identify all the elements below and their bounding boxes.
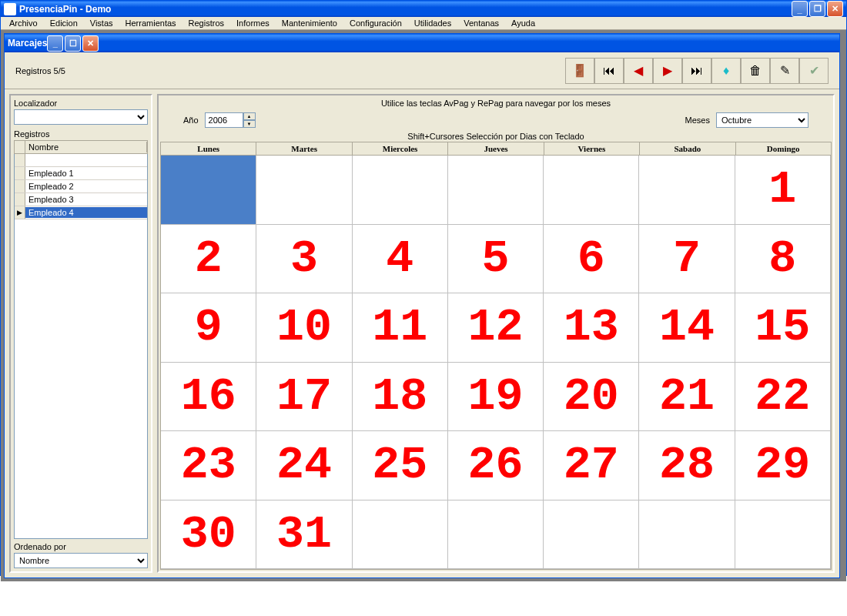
last-button[interactable]: ⏭ (682, 58, 711, 84)
registros-row[interactable]: Empleado 1 (15, 167, 147, 180)
calendar-cell (353, 500, 448, 570)
trash-button[interactable]: 🗑 (741, 58, 770, 84)
localizador-label: Localizador (14, 99, 148, 108)
localizador-combo[interactable] (14, 109, 148, 125)
calendar-cell[interactable]: 11 (353, 293, 448, 363)
nav-info-label: Utilice las teclas AvPag y RePag para na… (160, 97, 832, 109)
calendar-cell[interactable]: 30 (161, 500, 256, 570)
calendar-cell (639, 500, 735, 570)
menu-herramientas[interactable]: Herramientas (120, 17, 182, 29)
calendar-cell[interactable]: 24 (256, 431, 352, 500)
year-down-button[interactable]: ▼ (243, 120, 256, 128)
calendar-cell[interactable]: 7 (639, 225, 735, 294)
close-button[interactable]: ✕ (827, 1, 843, 17)
year-up-button[interactable]: ▲ (243, 112, 256, 120)
month-combo[interactable]: Octubre (716, 112, 808, 128)
first-button[interactable]: ⏮ (594, 58, 624, 84)
calendar-cell[interactable]: 20 (544, 363, 639, 432)
registros-row[interactable] (15, 154, 147, 167)
child-close-button[interactable]: ✕ (82, 35, 99, 52)
calendar-cell[interactable]: 22 (735, 363, 831, 432)
calendar-cell[interactable]: 12 (448, 293, 544, 363)
child-titlebar[interactable]: Marcajes _ ☐ ✕ (5, 34, 839, 52)
menu-registros[interactable]: Registros (183, 17, 229, 29)
minimize-button[interactable]: _ (792, 1, 808, 17)
row-cell-nombre: Empleado 4 (25, 207, 147, 218)
calendar-cell[interactable]: 18 (353, 363, 448, 432)
main-titlebar[interactable]: PresenciaPin - Demo _ ❐ ✕ (1, 1, 846, 17)
menu-ventanas[interactable]: Ventanas (458, 17, 504, 29)
calendar-header-cell: Sabado (640, 142, 735, 155)
child-maximize-button[interactable]: ☐ (65, 35, 81, 52)
registros-row[interactable]: Empleado 3 (15, 193, 147, 206)
filter-button[interactable]: ♦ (711, 58, 741, 84)
mdi-area: Marcajes _ ☐ ✕ Registros 5/5 🚪⏮◀▶⏭♦🗑✎✔ L… (1, 30, 846, 581)
calendar-cell[interactable]: 19 (448, 363, 544, 432)
calendar-cell[interactable]: 29 (735, 431, 831, 500)
calendar-cell[interactable]: 10 (256, 293, 352, 363)
next-button[interactable]: ▶ (653, 58, 682, 84)
calendar-cell[interactable]: 2 (161, 225, 256, 294)
calendar-cell (448, 156, 544, 225)
menu-utilidades[interactable]: Utilidades (409, 17, 457, 29)
child-window: Marcajes _ ☐ ✕ Registros 5/5 🚪⏮◀▶⏭♦🗑✎✔ L… (4, 33, 840, 578)
calendar-cell[interactable]: 9 (161, 293, 256, 363)
edit-button[interactable]: ✎ (770, 58, 799, 84)
year-input[interactable] (205, 112, 243, 128)
menu-edicion[interactable]: Edicion (45, 17, 83, 29)
calendar-cell[interactable]: 28 (639, 431, 735, 500)
edit-icon: ✎ (780, 63, 790, 78)
calendar-cell[interactable]: 23 (161, 431, 256, 500)
calendar-header-cell: Viernes (544, 142, 640, 155)
calendar-body: 1234567891011121314151617181920212223242… (161, 156, 831, 569)
prev-button[interactable]: ◀ (624, 58, 653, 84)
content-area: Localizador Registros Nombre Empleado 1E… (5, 89, 839, 578)
confirm-button[interactable]: ✔ (799, 58, 829, 84)
calendar-header-cell: Jueves (448, 142, 544, 155)
menu-mantenimiento[interactable]: Mantenimiento (276, 17, 343, 29)
row-cell-nombre: Empleado 2 (25, 181, 147, 192)
calendar-cell[interactable]: 6 (544, 225, 639, 294)
calendar-cell[interactable]: 16 (161, 363, 256, 432)
registros-row[interactable]: ▶Empleado 4 (15, 206, 147, 219)
calendar-cell[interactable]: 17 (256, 363, 352, 432)
registros-header-selector[interactable] (15, 141, 25, 153)
calendar-cell[interactable]: 27 (544, 431, 639, 500)
calendar-cell[interactable]: 8 (735, 225, 831, 294)
menu-vistas[interactable]: Vistas (85, 17, 119, 29)
calendar-cell[interactable]: 25 (353, 431, 448, 500)
trash-icon: 🗑 (749, 64, 762, 78)
right-panel: Utilice las teclas AvPag y RePag para na… (157, 94, 835, 573)
menu-ayuda[interactable]: Ayuda (506, 17, 541, 29)
menu-informes[interactable]: Informes (231, 17, 275, 29)
calendar-cell[interactable]: 26 (448, 431, 544, 500)
calendar-cell[interactable]: 14 (639, 293, 735, 363)
registros-header-nombre[interactable]: Nombre (25, 142, 147, 152)
next-icon: ▶ (663, 63, 672, 78)
calendar-cell[interactable]: 4 (353, 225, 448, 294)
exit-button[interactable]: 🚪 (565, 58, 594, 84)
child-minimize-button[interactable]: _ (47, 35, 63, 52)
registros-row[interactable]: Empleado 2 (15, 180, 147, 193)
menu-archivo[interactable]: Archivo (4, 17, 43, 29)
calendar-cell[interactable]: 5 (448, 225, 544, 294)
calendar-cell[interactable]: 13 (544, 293, 639, 363)
month-label: Meses (685, 116, 710, 125)
exit-icon: 🚪 (572, 63, 588, 78)
calendar-cell (448, 500, 544, 570)
calendar-cell[interactable]: 31 (256, 500, 352, 570)
row-selector (15, 154, 25, 166)
calendar-cell[interactable]: 3 (256, 225, 352, 294)
year-spinner[interactable]: ▲ ▼ (205, 112, 256, 128)
calendar-cell (544, 500, 639, 570)
calendar-cell[interactable]: 21 (639, 363, 735, 432)
registros-list[interactable]: Empleado 1Empleado 2Empleado 3▶Empleado … (14, 154, 148, 539)
calendar-cell[interactable]: 15 (735, 293, 831, 363)
calendar-cell (353, 156, 448, 225)
menu-configuración[interactable]: Configuración (344, 17, 407, 29)
calendar-cell[interactable] (161, 156, 256, 225)
ordenado-combo[interactable]: Nombre (14, 553, 148, 568)
calendar-cell[interactable]: 1 (735, 156, 831, 225)
toolbar: Registros 5/5 🚪⏮◀▶⏭♦🗑✎✔ (5, 52, 839, 89)
restore-button[interactable]: ❐ (809, 1, 825, 17)
